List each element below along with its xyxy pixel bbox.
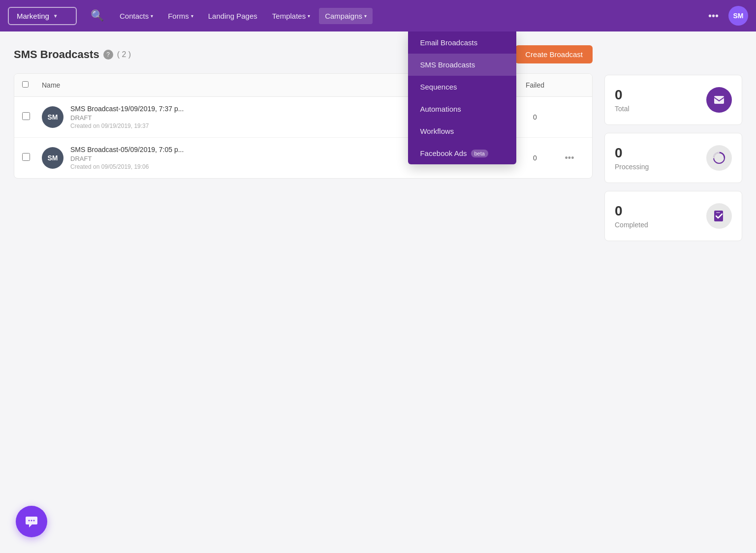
search-icon[interactable]: 🔍 [91, 9, 104, 22]
stat-processing-number: 0 [615, 145, 649, 161]
svg-point-4 [29, 520, 30, 522]
stat-total-label: Total [615, 105, 630, 113]
create-broadcast-button[interactable]: Create Broadcast [515, 45, 593, 63]
dropdown-facebook-ads[interactable]: Facebook Ads beta [408, 142, 516, 164]
stat-completed-label: Completed [615, 221, 648, 229]
more-options-button[interactable]: ••• [704, 6, 723, 26]
svg-point-5 [31, 520, 32, 522]
beta-badge: beta [471, 150, 488, 157]
stat-processing-label: Processing [615, 163, 649, 171]
stat-card-total: 0 Total [604, 75, 742, 125]
row-1-status: DRAFT [70, 114, 417, 122]
main-content: SMS Broadcasts ? ( 2 ) 🔄 Create Broadcas… [0, 31, 756, 241]
row-checkbox-1 [22, 112, 42, 122]
stat-completed-info: 0 Completed [615, 203, 648, 229]
stat-total-info: 0 Total [615, 87, 630, 113]
row-1-info: SMS Broadcast-19/09/2019, 7:37 p... DRAF… [70, 105, 417, 129]
campaigns-chevron-icon: ▾ [364, 13, 367, 19]
nav-forms[interactable]: Forms ▾ [162, 8, 199, 24]
row-1-date: Created on 09/19/2019, 19:37 [70, 123, 417, 129]
row-2-date: Created on 09/05/2019, 19:06 [70, 163, 417, 170]
dropdown-email-broadcasts[interactable]: Email Broadcasts [408, 31, 516, 54]
row-2-actions-button[interactable]: ••• [561, 151, 578, 165]
avatar[interactable]: SM [728, 6, 748, 26]
dropdown-workflows[interactable]: Workflows [408, 120, 516, 142]
completed-icon [706, 203, 732, 229]
dropdown-automations[interactable]: Automations [408, 98, 516, 120]
row-1-checkbox[interactable] [22, 112, 30, 120]
nav-links: Contacts ▾ Forms ▾ Landing Pages Templat… [114, 8, 373, 24]
nav-contacts[interactable]: Contacts ▾ [114, 8, 159, 24]
row-2-info: SMS Broadcast-05/09/2019, 7:05 p... DRAF… [70, 146, 417, 170]
email-icon [706, 87, 732, 113]
row-2-name: SMS Broadcast-05/09/2019, 7:05 p... [70, 146, 417, 154]
campaigns-dropdown-menu: Email Broadcasts SMS Broadcasts Sequence… [408, 31, 516, 164]
row-1-avatar: SM [42, 106, 63, 128]
chat-icon [24, 514, 39, 529]
stat-card-processing: 0 Processing [604, 133, 742, 183]
row-1-failed: 0 [515, 113, 555, 121]
dropdown-sequences[interactable]: Sequences [408, 76, 516, 98]
app-name-label: Marketing [17, 12, 49, 20]
svg-rect-0 [714, 96, 724, 104]
right-panel: 0 Total 0 Processing [604, 45, 742, 241]
processing-icon [706, 145, 732, 171]
forms-chevron-icon: ▾ [191, 13, 193, 19]
header-failed: Failed [515, 81, 555, 89]
page-title: SMS Broadcasts [14, 48, 99, 61]
row-2-avatar: SM [42, 147, 63, 169]
contacts-chevron-icon: ▾ [151, 13, 153, 19]
row-checkbox-2 [22, 153, 42, 163]
stat-completed-number: 0 [615, 203, 648, 219]
top-navigation: Marketing ▼ 🔍 Contacts ▾ Forms ▾ Landing… [0, 0, 756, 31]
row-2-status: DRAFT [70, 155, 417, 162]
svg-point-6 [33, 520, 35, 522]
app-switcher-button[interactable]: Marketing ▼ [8, 7, 77, 25]
svg-rect-3 [716, 212, 720, 213]
nav-campaigns[interactable]: Campaigns ▾ [319, 8, 373, 24]
dropdown-sms-broadcasts[interactable]: SMS Broadcasts [408, 54, 516, 76]
app-switcher-chevron: ▼ [53, 13, 58, 19]
stat-processing-info: 0 Processing [615, 145, 649, 171]
row-2-checkbox[interactable] [22, 153, 30, 161]
row-2-actions[interactable]: ••• [555, 151, 584, 165]
select-all-checkbox[interactable] [22, 81, 29, 88]
row-2-failed: 0 [515, 154, 555, 162]
header-checkbox-cell [22, 81, 42, 90]
nav-templates[interactable]: Templates ▾ [266, 8, 316, 24]
templates-chevron-icon: ▾ [308, 13, 310, 19]
stat-total-number: 0 [615, 87, 630, 103]
help-icon[interactable]: ? [103, 50, 113, 60]
row-1-name: SMS Broadcast-19/09/2019, 7:37 p... [70, 105, 417, 113]
chat-bubble-button[interactable] [16, 506, 47, 537]
count-badge: ( 2 ) [117, 50, 131, 59]
stat-card-completed: 0 Completed [604, 191, 742, 241]
nav-landing-pages[interactable]: Landing Pages [202, 8, 263, 24]
header-name: Name [42, 81, 417, 89]
